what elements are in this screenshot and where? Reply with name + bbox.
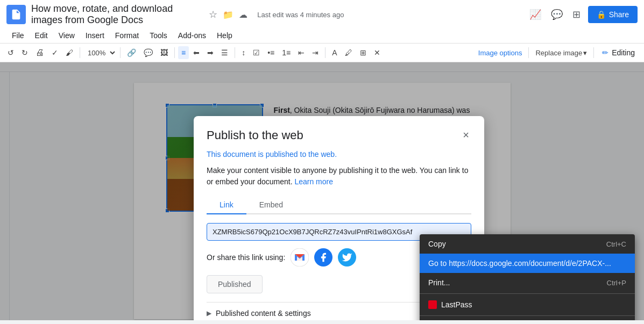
ctx-separator-2 — [420, 315, 635, 316]
replace-image-button[interactable]: Replace image ▾ — [532, 47, 590, 59]
link-button[interactable]: 🔗 — [124, 46, 139, 59]
highlight-button[interactable]: 🖊 — [342, 46, 356, 59]
linespacing-button[interactable]: ↕ — [238, 46, 249, 59]
paintformat-button[interactable]: 🖌 — [62, 46, 76, 59]
menu-tools[interactable]: Tools — [144, 29, 173, 42]
ctx-copy-shortcut: Ctrl+C — [606, 240, 626, 248]
activity-button[interactable]: 📈 — [527, 6, 543, 23]
tab-embed[interactable]: Embed — [246, 196, 296, 214]
separator-right — [528, 47, 529, 58]
doc-title: How move, rotate, and download images fr… — [31, 3, 203, 26]
ctx-lastpass-label: LastPass — [441, 300, 472, 309]
gmail-share-icon[interactable] — [291, 248, 309, 267]
more-options-button[interactable]: ⊞ — [570, 6, 583, 23]
published-button[interactable]: Published — [207, 275, 263, 293]
bulletlist-button[interactable]: •≡ — [264, 46, 278, 59]
ctx-goto-label: Go to https://docs.google.com/document/d… — [428, 259, 611, 268]
separator-5 — [325, 47, 325, 58]
modal-header: Publish to the web × — [194, 116, 484, 150]
separator-editing — [593, 47, 594, 58]
ctx-lastpass[interactable]: LastPass — [420, 295, 635, 314]
ctx-inspect[interactable]: Inspect — [420, 317, 635, 320]
comments-button[interactable]: 💬 — [549, 6, 565, 23]
separator-1 — [80, 47, 80, 58]
menu-addons[interactable]: Add-ons — [173, 29, 211, 42]
last-edit-text: Last edit was 4 minutes ago — [257, 11, 344, 19]
separator-4 — [235, 47, 235, 58]
twitter-share-icon[interactable] — [338, 248, 356, 267]
color-button[interactable]: A — [329, 46, 340, 59]
modal-desc-text: Make your content visible to anyone by p… — [207, 166, 468, 186]
menu-insert[interactable]: Insert — [80, 29, 110, 42]
indent-more-button[interactable]: ⇥ — [309, 46, 322, 59]
context-menu: Copy Ctrl+C Go to https://docs.google.co… — [420, 234, 635, 320]
redo-button[interactable]: ↻ — [18, 46, 31, 59]
menu-edit[interactable]: Edit — [30, 29, 53, 42]
indent-less-button[interactable]: ⇤ — [295, 46, 308, 59]
menubar: File Edit View Insert Format Tools Add-o… — [6, 28, 638, 43]
separator-2 — [120, 47, 121, 58]
separator-3 — [174, 47, 175, 58]
image-tb-button[interactable]: 🖼 — [157, 46, 171, 59]
doc-area: First, Okita Souji (Okita Sōjirō Fujiwar… — [0, 62, 644, 320]
ctx-print-label: Print... — [428, 278, 450, 287]
lock-icon: 🔒 — [597, 10, 606, 19]
menu-file[interactable]: File — [6, 29, 30, 42]
menu-view[interactable]: View — [53, 29, 80, 42]
ctx-goto[interactable]: Go to https://docs.google.com/document/d… — [420, 254, 635, 273]
share-label: Or share this link using: — [207, 253, 285, 262]
replace-image-label: Replace image — [535, 49, 582, 57]
facebook-share-icon[interactable] — [314, 248, 332, 267]
editing-badge[interactable]: ✏ Editing — [597, 46, 640, 60]
cloud-icon[interactable]: ☁ — [239, 10, 247, 20]
doc-icon — [6, 5, 26, 24]
tab-link[interactable]: Link — [207, 196, 246, 214]
modal-close-button[interactable]: × — [461, 127, 471, 143]
chevron-right-icon: ▶ — [207, 309, 211, 317]
modal-description: Make your content visible to anyone by p… — [207, 165, 471, 188]
menu-format[interactable]: Format — [110, 29, 144, 42]
modal-published-message: This document is published to the web. — [207, 150, 471, 159]
editing-label: Editing — [612, 48, 635, 57]
share-button[interactable]: 🔒 Share — [588, 6, 638, 23]
folder-icon[interactable]: 📁 — [223, 10, 233, 20]
chevron-down-icon: ▾ — [583, 49, 587, 57]
share-label: Share — [609, 10, 629, 19]
image-options-button[interactable]: Image options — [475, 47, 526, 59]
ctx-copy[interactable]: Copy Ctrl+C — [420, 234, 635, 254]
topbar: How move, rotate, and download images fr… — [0, 0, 644, 44]
spellcheck-button[interactable]: ✓ — [48, 46, 61, 59]
lastpass-icon — [428, 300, 437, 309]
numberedlist-button[interactable]: 1≡ — [279, 46, 294, 59]
ctx-copy-label: Copy — [428, 240, 446, 248]
clear-format-button[interactable]: ✕ — [371, 46, 384, 59]
ctx-separator — [420, 293, 635, 294]
ctx-print[interactable]: Print... Ctrl+P — [420, 273, 635, 292]
comment-tb-button[interactable]: 💬 — [140, 46, 156, 59]
content-settings-label: Published content & settings — [216, 309, 311, 318]
pencil-icon: ✏ — [602, 48, 608, 57]
checklist-button[interactable]: ☑ — [250, 46, 263, 59]
ctx-print-shortcut: Ctrl+P — [607, 279, 626, 287]
star-icon[interactable]: ☆ — [209, 9, 217, 20]
menu-help[interactable]: Help — [211, 29, 238, 42]
table-button[interactable]: ⊞ — [357, 46, 370, 59]
align-justify-button[interactable]: ☰ — [218, 46, 231, 59]
align-right-button[interactable]: ➡ — [204, 46, 217, 59]
undo-button[interactable]: ↺ — [4, 46, 17, 59]
toolbar: ↺ ↻ 🖨 ✓ 🖌 100% 75% 125% 150% 🔗 💬 🖼 ≡ ⬅ ➡… — [0, 44, 644, 62]
modal-tabs: Link Embed — [207, 196, 471, 214]
title-row: How move, rotate, and download images fr… — [6, 3, 638, 28]
align-center-button[interactable]: ≡ — [178, 46, 189, 59]
print-button[interactable]: 🖨 — [32, 46, 47, 60]
modal-title: Publish to the web — [207, 128, 303, 142]
learn-more-link[interactable]: Learn more — [294, 177, 333, 186]
zoom-select[interactable]: 100% 75% 125% 150% — [83, 47, 117, 59]
align-left-button[interactable]: ⬅ — [190, 46, 203, 59]
